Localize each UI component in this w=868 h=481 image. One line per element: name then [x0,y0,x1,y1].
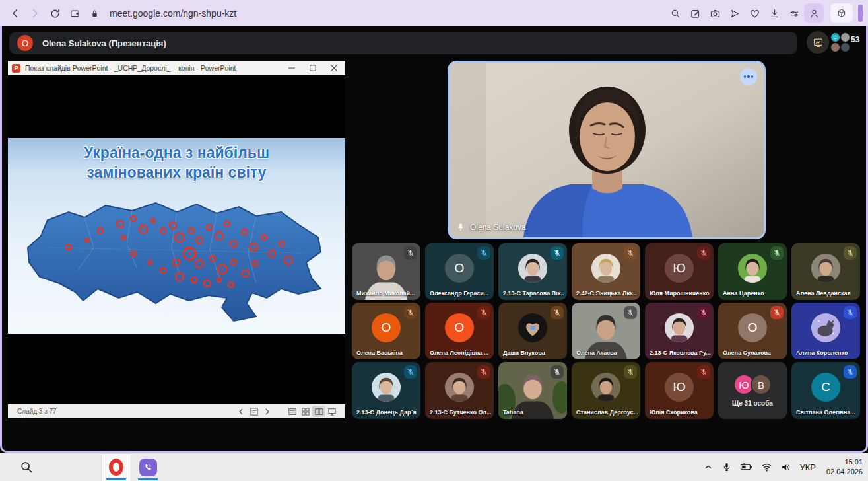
reload-button[interactable] [45,3,65,23]
mic-off-icon [697,306,710,319]
participant-tile[interactable]: Даша Внукова [498,303,567,359]
powerpoint-titlebar[interactable]: P Показ слайдів PowerPoint - _UCHP_Дорос… [8,61,345,75]
participant-tile[interactable]: Михайло Миколай... [352,243,420,300]
back-button[interactable] [5,3,25,23]
slide-title: Україна-одна з найбільш замінованих краї… [8,143,345,183]
participant-name: Олена Сулакова [723,350,784,356]
speaker-icon[interactable] [780,462,791,472]
downloads-button[interactable] [764,3,784,23]
more-options-button[interactable] [740,68,757,85]
snapshot-button[interactable] [705,3,725,23]
participant-tile[interactable]: Анна Царенко [718,243,787,300]
reading-view-button[interactable] [312,406,325,417]
hidden-icons-chevron[interactable] [703,462,714,472]
participant-tile[interactable]: Алена Левданская [791,243,860,300]
settings-tune-button[interactable] [784,3,804,23]
letter-avatar: O [372,313,401,342]
slide-menu-button[interactable] [248,406,261,417]
taskbar-date: 02.04.2026 [826,467,863,477]
opera-active-underline [106,478,126,480]
meet-header-bar: O Olena Sulakova (Презентація) [9,32,797,54]
powerpoint-app-icon: P [12,64,20,73]
taskbar-viber-button[interactable] [133,454,162,481]
mini-avatar: C [831,33,840,42]
mic-off-icon [477,246,490,260]
cube-icon [836,8,847,18]
participants-button[interactable]: C [831,33,850,52]
reload-icon [50,8,61,19]
site-security-button[interactable] [84,3,104,23]
sidebar-handle[interactable] [858,5,863,22]
participant-tile[interactable]: 2.42-С Яницька Лю... [572,243,640,300]
participant-tile[interactable]: Tatiana [498,362,567,419]
powerpoint-window-title: Показ слайдів PowerPoint - _UCHP_Дорослі… [25,64,288,72]
participants-grid: Михайло Миколай...OОлександр Гераси...2.… [352,243,860,419]
participant-name: Tatiana [503,409,564,416]
photo-avatar [371,372,401,402]
language-indicator[interactable]: УКР [799,462,816,472]
edit-note-button[interactable] [685,3,705,23]
minimize-button[interactable] [288,65,295,71]
download-icon [769,8,780,19]
mic-off-icon [624,306,637,319]
mic-off-icon [844,306,857,319]
powerpoint-statusbar: Слайд 3 з 77 [8,404,345,418]
participant-tile[interactable]: ЮBЩе 31 особа [718,362,787,419]
previous-slide-button[interactable] [234,406,248,417]
participant-tile[interactable]: 2.13-С Яковлєва Ру... [645,303,714,359]
taskbar-clock[interactable]: 15:01 02.04.2026 [826,457,863,477]
participant-name: 2.42-С Яницька Лю... [576,290,638,297]
next-slide-button[interactable] [261,406,274,417]
taskbar-search-button[interactable] [12,454,41,481]
participant-tile[interactable]: Олена Атаєва [572,303,640,359]
battery-icon[interactable] [740,462,753,472]
mic-off-icon [551,306,564,319]
zoom-search-button[interactable] [665,3,685,23]
participant-name: Михайло Миколай... [356,290,418,297]
taskbar-opera-button[interactable] [102,454,131,481]
participant-tile[interactable]: 2.13-С Донець Дар`я [352,362,420,419]
participant-tile[interactable]: OОлена Леонідівна ... [425,303,494,359]
extensions-button[interactable] [830,3,853,23]
presentation-button[interactable] [807,31,829,54]
letter-avatar: Ю [665,254,694,283]
participant-tile[interactable]: Станислав Дергоус... [572,362,640,419]
tab-popout-button[interactable] [65,3,84,23]
mic-off-icon [551,246,564,260]
mini-avatar: B [751,374,772,395]
favorites-button[interactable] [745,3,764,23]
pinned-video-tile[interactable]: Olena Sulakova [448,61,766,239]
normal-view-button[interactable] [286,406,299,417]
photo-avatar [517,313,548,343]
address-bar[interactable]: meet.google.com/ngn-shpu-kzt [110,8,236,18]
tray-mic-icon[interactable] [721,462,732,472]
participant-name: Станислав Дергоус... [576,409,638,416]
wifi-icon[interactable] [761,462,772,472]
participant-name: Анна Царенко [723,290,784,297]
participant-tile[interactable]: 2.13-С Бутченко Ол... [425,362,494,419]
participant-tile[interactable]: 2.13-С Тарасова Вік... [498,243,567,300]
forward-button[interactable] [25,3,45,23]
slide-counter: Слайд 3 з 77 [17,408,234,415]
mic-off-icon [404,246,417,260]
participant-name: Олена Васькіна [356,350,418,356]
viber-active-underline [138,478,158,480]
profile-button[interactable] [804,3,824,23]
meet-app: O Olena Sulakova (Презентація) C 53 P По… [0,26,868,453]
participant-tile[interactable]: OОлександр Гераси... [425,243,494,300]
slideshow-view-button[interactable] [325,406,339,417]
share-send-button[interactable] [725,3,745,23]
close-button[interactable] [331,65,337,71]
participant-tile[interactable]: CСвітлана Олегівна... [791,362,860,419]
browser-toolbar: meet.google.com/ngn-shpu-kzt [0,0,868,26]
participant-tile[interactable]: OОлена Сулакова [718,303,787,359]
screen: meet.google.com/ngn-shpu-kzt [0,0,868,481]
participant-tile[interactable]: ЮЮлія Скорикова [645,362,714,419]
slide-sorter-view-button[interactable] [299,406,312,417]
participant-tile[interactable]: ЮЮля Мирошниченко [645,243,714,300]
mini-avatar [831,43,840,52]
participant-tile[interactable]: OОлена Васькіна [352,303,420,359]
maximize-button[interactable] [310,65,316,71]
participant-tile[interactable]: Алина Короленко [791,303,860,359]
photo-avatar [591,253,621,283]
